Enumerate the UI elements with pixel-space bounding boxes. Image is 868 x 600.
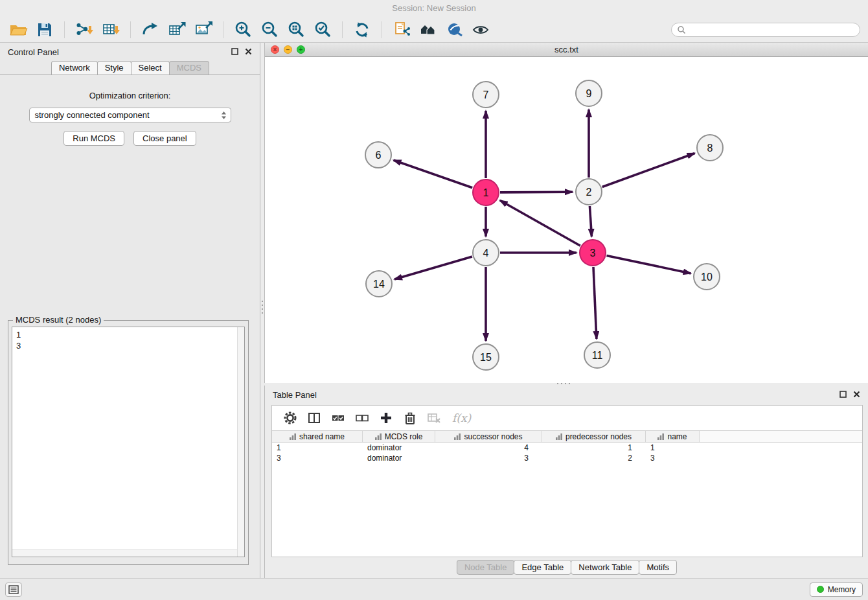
table-panel-tabs: Node TableEdge TableNetwork TableMotifs bbox=[265, 560, 868, 575]
show-details-button[interactable] bbox=[471, 19, 492, 40]
network-canvas[interactable]: 7968124314101511 bbox=[265, 57, 868, 383]
table-cell: dominator bbox=[363, 454, 435, 463]
dropdown-arrows-icon bbox=[221, 111, 227, 120]
close-window-icon[interactable]: × bbox=[271, 45, 279, 54]
network-window-titlebar[interactable]: × − + scc.txt bbox=[265, 43, 868, 57]
add-column-button[interactable] bbox=[378, 410, 394, 426]
graph-node-8[interactable]: 8 bbox=[697, 135, 723, 161]
export-image-button[interactable] bbox=[193, 19, 214, 40]
close-panel-button[interactable]: Close panel bbox=[133, 131, 196, 146]
eye-icon bbox=[472, 20, 491, 40]
toolbar-separator bbox=[130, 21, 131, 38]
import-network-button[interactable] bbox=[74, 19, 95, 40]
svg-text:4: 4 bbox=[483, 248, 489, 259]
table-cell: 1 bbox=[272, 443, 363, 452]
column-header-successor-nodes[interactable]: successor nodes bbox=[435, 431, 542, 442]
horizontal-splitter-handle[interactable] bbox=[556, 382, 571, 386]
new-network-table-button[interactable] bbox=[166, 19, 187, 40]
close-panel-icon[interactable] bbox=[245, 47, 252, 57]
close-table-panel-icon[interactable] bbox=[853, 390, 860, 400]
graph-node-15[interactable]: 15 bbox=[473, 344, 499, 370]
table-row[interactable]: 1dominator411 bbox=[272, 443, 862, 453]
graph-node-2[interactable]: 2 bbox=[576, 179, 602, 205]
zoom-out-button[interactable] bbox=[259, 19, 280, 40]
graph-edge-3-1[interactable] bbox=[500, 200, 580, 246]
table-settings-button[interactable] bbox=[282, 410, 298, 426]
table-cell: 4 bbox=[435, 443, 542, 452]
minimize-window-icon[interactable]: − bbox=[284, 45, 292, 54]
graph-node-14[interactable]: 14 bbox=[366, 271, 392, 297]
tab-node-table[interactable]: Node Table bbox=[457, 560, 515, 575]
tab-network[interactable]: Network bbox=[51, 61, 98, 75]
select-all-rows-button[interactable] bbox=[330, 410, 346, 426]
float-panel-icon[interactable] bbox=[231, 47, 238, 57]
graph-edge-3-11[interactable] bbox=[593, 267, 597, 339]
tab-edge-table[interactable]: Edge Table bbox=[514, 560, 571, 575]
column-header-shared-name[interactable]: shared name bbox=[272, 431, 363, 442]
save-session-button[interactable] bbox=[34, 19, 55, 40]
maximize-window-icon[interactable]: + bbox=[297, 45, 305, 54]
network-graph[interactable]: 7968124314101511 bbox=[265, 57, 868, 383]
graph-edge-3-10[interactable] bbox=[607, 256, 691, 273]
open-session-button[interactable] bbox=[8, 19, 29, 40]
clone-network-button[interactable] bbox=[140, 19, 161, 40]
open-folder-icon bbox=[8, 20, 28, 40]
delete-column-button[interactable] bbox=[402, 410, 418, 426]
graph-node-11[interactable]: 11 bbox=[584, 342, 610, 368]
table-row[interactable]: 3dominator323 bbox=[272, 453, 862, 463]
graph-node-7[interactable]: 7 bbox=[473, 82, 499, 108]
trash-icon bbox=[403, 411, 417, 425]
graph-node-3[interactable]: 3 bbox=[580, 240, 606, 266]
tab-mcds[interactable]: MCDS bbox=[169, 61, 209, 75]
graph-node-6[interactable]: 6 bbox=[365, 142, 391, 168]
import-table-button[interactable] bbox=[100, 19, 121, 40]
zoom-in-button[interactable] bbox=[233, 19, 253, 40]
column-header-name[interactable]: name bbox=[646, 431, 700, 442]
column-header-predecessor-nodes[interactable]: predecessor nodes bbox=[542, 431, 646, 442]
memory-button[interactable]: Memory bbox=[810, 583, 863, 597]
graph-node-4[interactable]: 4 bbox=[473, 240, 499, 266]
vertical-splitter-handle[interactable] bbox=[260, 299, 264, 315]
graph-node-9[interactable]: 9 bbox=[576, 80, 602, 106]
zoom-selected-button[interactable] bbox=[312, 19, 333, 40]
tab-motifs[interactable]: Motifs bbox=[639, 560, 677, 575]
tab-network-table[interactable]: Network Table bbox=[571, 560, 639, 575]
zoom-fit-button[interactable] bbox=[286, 19, 306, 40]
graph-edge-2-8[interactable] bbox=[602, 154, 695, 187]
result-vertical-scrollbar[interactable] bbox=[237, 327, 244, 557]
column-header-MCDS-role[interactable]: MCDS role bbox=[363, 431, 435, 442]
refresh-button[interactable] bbox=[352, 19, 372, 40]
paste-network-button[interactable] bbox=[391, 19, 412, 40]
graph-edge-4-14[interactable] bbox=[394, 257, 472, 279]
refresh-icon bbox=[352, 20, 372, 40]
fit-content-button[interactable] bbox=[418, 19, 439, 40]
apply-style-button[interactable] bbox=[444, 19, 465, 40]
control-panel: Control Panel NetworkStyleSelectMCDS Opt… bbox=[0, 43, 260, 578]
search-icon bbox=[677, 25, 686, 34]
svg-text:3: 3 bbox=[590, 248, 596, 259]
deselect-all-rows-button[interactable] bbox=[354, 410, 370, 426]
graph-edge-1-2[interactable] bbox=[500, 192, 573, 192]
graph-node-1[interactable]: 1 bbox=[473, 179, 499, 205]
show-columns-button[interactable] bbox=[306, 410, 322, 426]
import-network-icon bbox=[74, 20, 94, 40]
search-box[interactable] bbox=[671, 23, 860, 37]
memory-status-dot bbox=[817, 586, 824, 593]
search-input[interactable] bbox=[689, 25, 854, 34]
sort-icon bbox=[290, 433, 296, 440]
result-horizontal-scrollbar[interactable] bbox=[12, 549, 237, 557]
graph-edge-2-3[interactable] bbox=[589, 206, 591, 237]
tab-style[interactable]: Style bbox=[97, 61, 131, 75]
mcds-result-list[interactable]: 13 bbox=[12, 327, 245, 557]
float-table-panel-icon[interactable] bbox=[839, 390, 847, 400]
graph-node-10[interactable]: 10 bbox=[694, 264, 720, 290]
tab-select[interactable]: Select bbox=[131, 61, 170, 75]
status-bar: Memory bbox=[0, 578, 868, 600]
main-toolbar bbox=[0, 17, 868, 43]
window-title: Session: New Session bbox=[0, 0, 868, 17]
run-mcds-button[interactable]: Run MCDS bbox=[63, 131, 124, 146]
toolbar-separator bbox=[382, 21, 382, 38]
task-history-button[interactable] bbox=[5, 583, 22, 597]
criterion-dropdown[interactable]: strongly connected component bbox=[29, 108, 231, 122]
graph-edge-1-6[interactable] bbox=[394, 160, 473, 188]
